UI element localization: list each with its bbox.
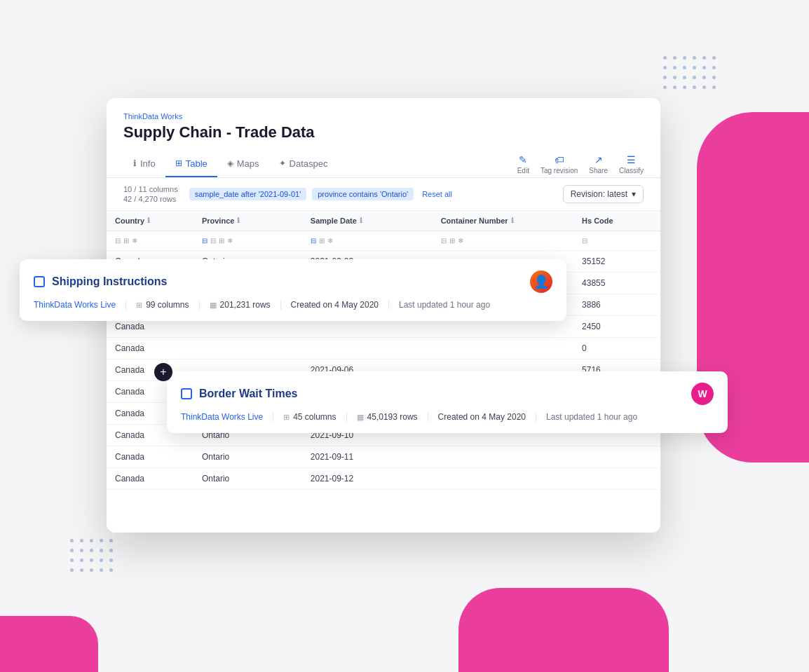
dataspec-icon: ✦ [279, 158, 286, 168]
cell-province: Ontario [193, 467, 302, 489]
chevron-down-icon: ▾ [632, 189, 636, 199]
snowflake-icon-container[interactable]: ❄ [458, 237, 463, 245]
filter-bar: 10 / 11 columns 42 / 4,270 rows sample_d… [107, 178, 660, 211]
cell-date: 2021-09-11 [302, 446, 433, 467]
filter-icon-date-active[interactable]: ⊟ [311, 237, 316, 245]
info-icon-container: ℹ [511, 217, 514, 224]
cell-hscode: 2450 [573, 315, 660, 337]
filter-icon-province-active[interactable]: ⊟ [202, 237, 208, 245]
cell-container [433, 446, 573, 467]
rows-info: 42 / 4,270 rows [123, 195, 178, 203]
card2-header: Border Wait Times W [181, 383, 714, 405]
data-table: Country ℹ Province ℹ Sample Date ℹ [107, 211, 660, 491]
cell-hscode [573, 467, 660, 489]
filter-tag-date[interactable]: sample_date after '2021-09-01' [189, 188, 307, 200]
shipping-instructions-card: Shipping Instructions 👤 ThinkData Works … [20, 259, 566, 321]
share-action[interactable]: ↗ Share [589, 154, 608, 174]
brand-name: ThinkData Works [123, 112, 644, 121]
card1-columns: ⊞ 99 columns [126, 300, 199, 310]
rows-icon-1: ▦ [210, 301, 217, 310]
table-row: Canada Ontario 2021-09-12 [107, 467, 660, 489]
table-row: Canada 0 [107, 337, 660, 359]
table-icon: ⊞ [175, 158, 182, 168]
maps-icon: ◈ [227, 158, 233, 168]
cell-province: Ontario [193, 446, 302, 467]
col-header-hscode: Hs Code [573, 211, 660, 231]
cell-province: Ontario [193, 489, 302, 491]
info-icon-date: ℹ [360, 217, 362, 224]
snowflake-icon-country[interactable]: ❄ [132, 237, 137, 245]
cell-container [433, 337, 573, 359]
card2-created: Created on 4 May 2020 [428, 412, 536, 422]
filter-tag-province[interactable]: province contains 'Ontario' [312, 188, 414, 200]
card1-checkbox[interactable] [34, 276, 45, 287]
table-row: Canada Ontario 2021-09-11 [107, 446, 660, 467]
pink-accent-bottom [458, 588, 669, 672]
card1-meta: ThinkData Works Live ⊞ 99 columns ▦ 201,… [34, 300, 552, 310]
info-icon-country: ℹ [147, 217, 150, 224]
grid-icon-country[interactable]: ⊞ [123, 237, 129, 245]
rows-icon-2: ▦ [357, 413, 364, 422]
snowflake-icon-date[interactable]: ❄ [327, 237, 333, 245]
col-header-date: Sample Date ℹ [302, 211, 433, 231]
tab-dataspec[interactable]: ✦ Dataspec [269, 151, 338, 177]
card1-title: Shipping Instructions [52, 275, 167, 288]
cell-container [433, 467, 573, 489]
edit-icon: ✎ [519, 154, 527, 165]
columns-icon-1: ⊞ [136, 301, 142, 310]
cell-date: 2021-09-14 [302, 489, 433, 491]
grid-icon-province[interactable]: ⊞ [219, 237, 224, 245]
card1-created: Created on 4 May 2020 [281, 300, 389, 310]
filter-icon-province2[interactable]: ⊟ [210, 237, 216, 245]
col-header-province: Province ℹ [193, 211, 302, 231]
reset-filters-link[interactable]: Reset all [422, 190, 452, 198]
cell-date [302, 337, 433, 359]
filter-icon-container[interactable]: ⊟ [441, 237, 447, 245]
edit-action[interactable]: ✎ Edit [517, 154, 529, 174]
cell-country: Canada [107, 446, 193, 467]
tab-maps[interactable]: ◈ Maps [217, 151, 269, 177]
columns-info: 10 / 11 columns [123, 185, 178, 193]
tag-revision-action[interactable]: 🏷 Tag revision [541, 154, 578, 174]
tag-revision-icon: 🏷 [555, 154, 564, 165]
card2-avatar: W [691, 383, 714, 405]
table-row: Canada Ontario 2021-09-14 28657 [107, 489, 660, 491]
cell-country: Canada [107, 337, 193, 359]
card1-updated: Last updated 1 hour ago [389, 300, 500, 310]
cell-hscode [573, 446, 660, 467]
snowflake-icon-province[interactable]: ❄ [227, 237, 233, 245]
card1-rows: ▦ 201,231 rows [200, 300, 281, 310]
card2-left: Border Wait Times [181, 388, 297, 400]
card2-checkbox[interactable] [181, 388, 192, 399]
tab-info[interactable]: ℹ Info [123, 151, 165, 177]
decorative-dots-bl [70, 539, 115, 574]
avatar-initials-2: W [698, 388, 707, 399]
cell-hscode: 28657 [573, 489, 660, 491]
grid-icon-container[interactable]: ⊞ [449, 237, 455, 245]
cell-hscode: 35152 [573, 250, 660, 272]
plus-icon[interactable]: + [154, 363, 172, 381]
card2-rows: ▦ 45,0193 rows [347, 412, 428, 422]
col-header-container: Container Number ℹ [433, 211, 573, 231]
tab-table[interactable]: ⊞ Table [165, 151, 217, 177]
filter-icon-hscode[interactable]: ⊟ [582, 237, 587, 245]
card1-header: Shipping Instructions 👤 [34, 270, 552, 293]
cell-container [433, 489, 573, 491]
revision-select[interactable]: Revision: latest ▾ [563, 185, 644, 203]
grid-icon-date[interactable]: ⊞ [319, 237, 325, 245]
share-icon: ↗ [594, 154, 603, 165]
card1-left: Shipping Instructions [34, 275, 167, 288]
nav-tabs: ℹ Info ⊞ Table ◈ Maps ✦ Dataspec [123, 151, 337, 177]
filter-icon-country[interactable]: ⊟ [115, 237, 121, 245]
cell-country: Canada [107, 467, 193, 489]
col-header-country: Country ℹ [107, 211, 193, 231]
toolbar-actions: ✎ Edit 🏷 Tag revision ↗ Share ☰ Classify [517, 154, 644, 174]
table-wrapper: Country ℹ Province ℹ Sample Date ℹ [107, 211, 660, 491]
cell-hscode: 0 [573, 337, 660, 359]
border-wait-times-card: Border Wait Times W ThinkData Works Live… [167, 371, 728, 433]
info-icon: ℹ [133, 158, 137, 168]
card2-columns: ⊞ 45 columns [273, 412, 346, 422]
classify-action[interactable]: ☰ Classify [619, 154, 644, 174]
cell-country: Canada [107, 489, 193, 491]
cell-hscode: 43855 [573, 272, 660, 294]
